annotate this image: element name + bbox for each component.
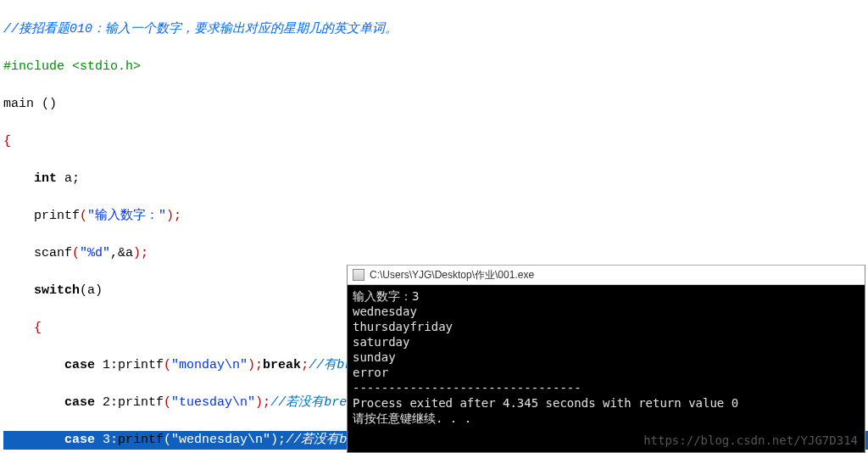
int-kw: int [34, 171, 57, 186]
watermark: https://blog.csdn.net/YJG7D314 [643, 433, 858, 447]
console-line: Process exited after 4.345 seconds with … [353, 396, 738, 410]
switch-brace-open: { [34, 321, 42, 335]
brace-open: { [3, 134, 11, 148]
console-line: saturday [353, 335, 409, 349]
console-title-bar[interactable]: C:\Users\YJG\Desktop\作业\001.exe [348, 265, 865, 285]
console-line: sunday [353, 350, 396, 364]
console-line: -------------------------------- [353, 381, 581, 394]
main-line: main () [3, 97, 57, 111]
app-icon [353, 269, 364, 281]
console-title: C:\Users\YJG\Desktop\作业\001.exe [370, 268, 534, 282]
console-body[interactable]: 输入数字：3 wednesday thursdayfriday saturday… [348, 285, 865, 429]
console-window: C:\Users\YJG\Desktop\作业\001.exe 输入数字：3 w… [347, 265, 865, 453]
comment-line: //接招看题010：输入一个数字，要求输出对应的星期几的英文单词。 [3, 22, 398, 36]
console-line: wednesday [353, 305, 417, 318]
include-line: #include <stdio.h> [3, 59, 141, 74]
console-line: error [353, 366, 388, 379]
console-line: thursdayfriday [353, 320, 453, 333]
console-line: 输入数字：3 [353, 289, 419, 303]
console-line: 请按任意键继续. . . [353, 411, 471, 425]
